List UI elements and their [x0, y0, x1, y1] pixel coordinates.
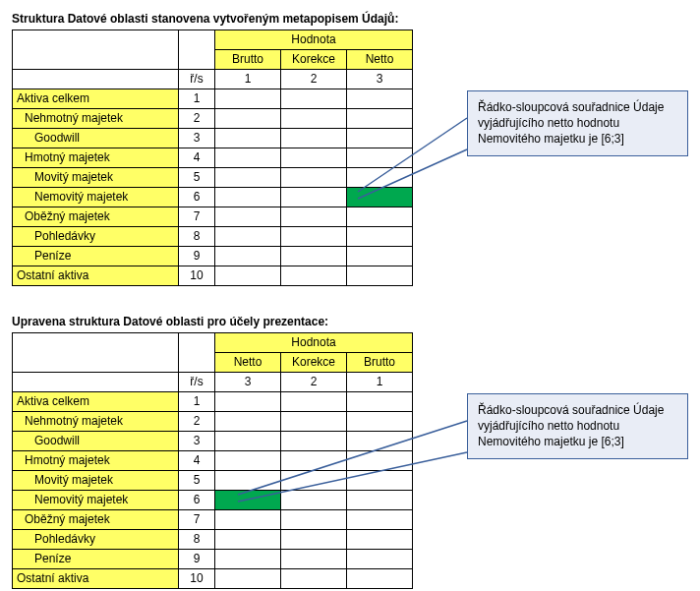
row-label: Peníze [13, 247, 179, 266]
row-label: Hmotný majetek [13, 451, 179, 471]
table-2: Hodnota Netto Korekce Brutto ř/s 3 2 1 A… [12, 332, 413, 589]
row-num: 2 [179, 412, 215, 432]
table-row: Pohledávky8 [13, 530, 413, 550]
table-row: Goodwill3 [13, 432, 413, 451]
row-label: Movitý majetek [13, 471, 179, 491]
row-num: 10 [179, 569, 215, 589]
row-num: 1 [179, 392, 215, 412]
rs-label: ř/s [179, 373, 215, 392]
row-label: Hmotný majetek [13, 148, 179, 168]
row-num: 1 [179, 89, 215, 109]
row-label: Oběžný majetek [13, 510, 179, 530]
callout-2: Řádko-sloupcová souřadnice Údaje vyjádřu… [467, 393, 688, 459]
table-row: Movitý majetek5 [13, 168, 413, 188]
table-row: Pohledávky8 [13, 227, 413, 247]
section-2-title: Upravena struktura Datové oblasti pro úč… [12, 315, 688, 328]
section-1: Struktura Datové oblasti stanovena vytvo… [12, 12, 688, 297]
highlight-cell [215, 491, 281, 510]
row-label: Pohledávky [13, 227, 179, 247]
row-num: 6 [179, 491, 215, 510]
highlight-cell [347, 188, 413, 207]
row-num: 4 [179, 148, 215, 168]
row-num: 8 [179, 530, 215, 550]
row-label: Ostatní aktiva [13, 266, 179, 286]
table-row: Movitý majetek5 [13, 471, 413, 491]
table-row: Nehmotný majetek2 [13, 109, 413, 129]
blank-header [13, 30, 179, 70]
col-num-1: 2 [281, 70, 347, 89]
blank-header-rs-row [13, 373, 179, 392]
table-row: Aktiva celkem1 [13, 392, 413, 412]
table-row: Goodwill3 [13, 129, 413, 148]
blank-header-rs-row [13, 70, 179, 89]
table-row: Nehmotný majetek2 [13, 412, 413, 432]
col-header-0: Netto [215, 353, 281, 373]
section-1-title: Struktura Datové oblasti stanovena vytvo… [12, 12, 688, 26]
table-row: Ostatní aktiva10 [13, 266, 413, 286]
callout-1: Řádko-sloupcová souřadnice Údaje vyjádřu… [467, 90, 688, 156]
header-group: Hodnota [215, 333, 413, 353]
row-num: 6 [179, 188, 215, 207]
col-header-2: Brutto [347, 353, 413, 373]
row-label: Movitý majetek [13, 168, 179, 188]
row-label: Nehmotný majetek [13, 412, 179, 432]
callout-text: Řádko-sloupcová souřadnice Údaje vyjádřu… [478, 403, 664, 448]
row-label: Ostatní aktiva [13, 569, 179, 589]
row-num: 7 [179, 207, 215, 227]
col-header-1: Korekce [281, 353, 347, 373]
rs-label: ř/s [179, 70, 215, 89]
blank-header-rs [179, 30, 215, 70]
row-label: Aktiva celkem [13, 89, 179, 109]
row-num: 3 [179, 432, 215, 451]
table-row: Hmotný majetek4 [13, 451, 413, 471]
table-row: Oběžný majetek7 [13, 207, 413, 227]
row-num: 9 [179, 247, 215, 266]
row-num: 2 [179, 109, 215, 129]
row-label: Aktiva celkem [13, 392, 179, 412]
table-row: Nemovitý majetek6 [13, 491, 413, 510]
row-label: Goodwill [13, 129, 179, 148]
row-num: 4 [179, 451, 215, 471]
col-num-0: 1 [215, 70, 281, 89]
table-row: Peníze9 [13, 247, 413, 266]
row-num: 3 [179, 129, 215, 148]
row-num: 5 [179, 471, 215, 491]
table-row: Ostatní aktiva10 [13, 569, 413, 589]
col-header-0: Brutto [215, 50, 281, 70]
row-num: 10 [179, 266, 215, 286]
col-num-1: 2 [281, 373, 347, 392]
row-label: Peníze [13, 550, 179, 569]
row-num: 5 [179, 168, 215, 188]
row-label: Goodwill [13, 432, 179, 451]
table-row: Nemovitý majetek6 [13, 188, 413, 207]
col-num-2: 1 [347, 373, 413, 392]
col-header-1: Korekce [281, 50, 347, 70]
row-label: Nemovitý majetek [13, 491, 179, 510]
row-label: Nemovitý majetek [13, 188, 179, 207]
row-label: Pohledávky [13, 530, 179, 550]
row-label: Oběžný majetek [13, 207, 179, 227]
section-2: Upravena struktura Datové oblasti pro úč… [12, 315, 688, 591]
col-header-2: Netto [347, 50, 413, 70]
row-num: 8 [179, 227, 215, 247]
row-label: Nehmotný majetek [13, 109, 179, 129]
table-row: Oběžný majetek7 [13, 510, 413, 530]
col-num-0: 3 [215, 373, 281, 392]
row-num: 7 [179, 510, 215, 530]
header-group: Hodnota [215, 30, 413, 50]
table-1: Hodnota Brutto Korekce Netto ř/s 1 2 3 A… [12, 30, 413, 286]
callout-text: Řádko-sloupcová souřadnice Údaje vyjádřu… [478, 100, 664, 146]
table-row: Peníze9 [13, 550, 413, 569]
table-row: Aktiva celkem1 [13, 89, 413, 109]
row-num: 9 [179, 550, 215, 569]
blank-header [13, 333, 179, 373]
table-row: Hmotný majetek4 [13, 148, 413, 168]
blank-header-rs [179, 333, 215, 373]
col-num-2: 3 [347, 70, 413, 89]
